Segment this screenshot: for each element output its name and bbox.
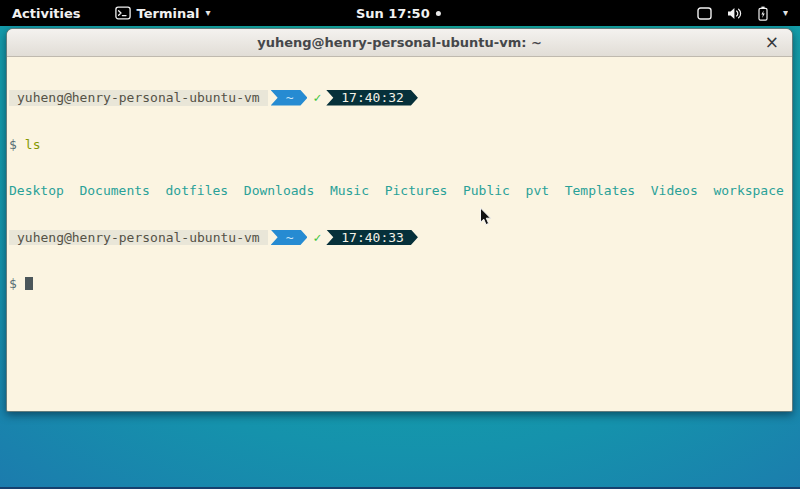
chevron-down-icon: ▾ bbox=[783, 8, 788, 18]
prompt-status-check-icon: ✓ bbox=[313, 90, 321, 105]
prompt-userhost-segment: yuheng@henry-personal-ubuntu-vm bbox=[9, 230, 268, 246]
terminal-window: yuheng@henry-personal-ubuntu-vm: ~ × yuh… bbox=[6, 28, 793, 412]
app-menu-button[interactable]: Terminal ▾ bbox=[115, 6, 211, 21]
prompt-line: yuheng@henry-personal-ubuntu-vm~✓17:40:3… bbox=[9, 90, 790, 106]
battery-charging-icon bbox=[758, 6, 768, 21]
prompt-cwd-segment: ~ bbox=[271, 230, 308, 246]
terminal-app-icon bbox=[115, 6, 131, 20]
window-title: yuheng@henry-personal-ubuntu-vm: ~ bbox=[257, 35, 542, 50]
close-button[interactable]: × bbox=[765, 33, 779, 50]
clock-label: Sun 17:50 bbox=[356, 6, 430, 21]
input-line[interactable]: $ bbox=[9, 276, 790, 292]
prompt-status-check-icon: ✓ bbox=[313, 230, 321, 245]
typed-command: ls bbox=[25, 137, 41, 152]
prompt-symbol: $ bbox=[9, 276, 17, 291]
terminal-content[interactable]: yuheng@henry-personal-ubuntu-vm~✓17:40:3… bbox=[7, 57, 792, 325]
prompt-line: yuheng@henry-personal-ubuntu-vm~✓17:40:3… bbox=[9, 230, 790, 246]
mouse-cursor bbox=[479, 207, 492, 227]
prompt-cwd-segment: ~ bbox=[271, 90, 308, 106]
activities-button[interactable]: Activities bbox=[12, 6, 81, 21]
prompt-userhost-segment: yuheng@henry-personal-ubuntu-vm bbox=[9, 90, 268, 106]
clock-button[interactable]: Sun 17:50 bbox=[356, 0, 441, 26]
chevron-down-icon: ▾ bbox=[205, 8, 210, 18]
ls-output-line: Desktop Documents dotfiles Downloads Mus… bbox=[9, 183, 790, 199]
top-bar: Activities Terminal ▾ Sun 17:50 bbox=[0, 0, 800, 26]
screen-icon bbox=[697, 7, 712, 20]
desktop: Activities Terminal ▾ Sun 17:50 bbox=[0, 0, 800, 489]
notification-dot bbox=[436, 11, 441, 16]
titlebar[interactable]: yuheng@henry-personal-ubuntu-vm: ~ × bbox=[7, 29, 792, 57]
prompt-symbol: $ bbox=[9, 137, 17, 152]
prompt-time-segment: 17:40:32 bbox=[326, 90, 418, 106]
prompt-time-segment: 17:40:33 bbox=[326, 230, 418, 246]
text-cursor bbox=[25, 277, 33, 290]
system-status-area[interactable]: ▾ bbox=[697, 0, 788, 26]
volume-icon bbox=[727, 7, 743, 20]
command-line: $ls bbox=[9, 137, 790, 153]
app-menu-label: Terminal bbox=[137, 6, 200, 21]
